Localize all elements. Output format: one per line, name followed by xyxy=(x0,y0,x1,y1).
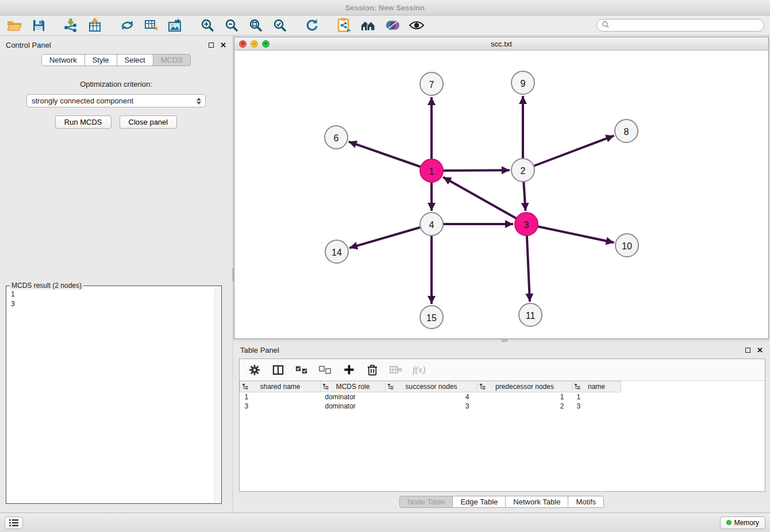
close-panel-icon[interactable]: ✕ xyxy=(220,41,226,49)
tab-edge-table[interactable]: Edge Table xyxy=(452,496,506,508)
cell-shared-name[interactable]: 3 xyxy=(240,402,321,411)
column-header-mcds-role[interactable]: MCDS role xyxy=(321,381,386,392)
edge-3-10[interactable] xyxy=(526,224,614,242)
edge-3-1[interactable] xyxy=(443,177,526,224)
node-6[interactable]: 6 xyxy=(325,126,348,149)
svg-text:6: 6 xyxy=(334,133,339,143)
column-header-name[interactable]: name xyxy=(572,381,621,392)
criterion-select[interactable]: strongly connected component xyxy=(26,94,206,107)
table-panel-title: Table Panel xyxy=(240,346,279,354)
run-mcds-button[interactable]: Run MCDS xyxy=(55,115,111,129)
show-columns-icon[interactable] xyxy=(271,363,285,377)
column-header-predecessor-nodes[interactable]: predecessor nodes xyxy=(478,381,572,392)
delete-icon[interactable] xyxy=(365,363,379,377)
function-builder-icon[interactable]: f(x) xyxy=(413,365,425,375)
table-row[interactable]: 3 dominator 3 2 3 xyxy=(240,402,765,411)
node-1[interactable]: 1 xyxy=(420,159,443,182)
refresh-icon[interactable] xyxy=(303,17,321,33)
network-canvas[interactable]: 7968124314101511 xyxy=(234,51,768,338)
node-3[interactable]: 3 xyxy=(515,213,538,236)
clipboard-icon[interactable] xyxy=(336,17,353,33)
column-header-filler xyxy=(621,381,765,392)
svg-text:7: 7 xyxy=(429,80,434,90)
minimize-window-icon[interactable]: − xyxy=(251,40,258,48)
select-all-icon[interactable] xyxy=(295,363,309,377)
search-input[interactable] xyxy=(613,21,759,29)
export-image-icon[interactable] xyxy=(167,17,184,33)
close-window-icon[interactable]: ✕ xyxy=(239,40,247,48)
zoom-in-icon[interactable] xyxy=(199,17,216,33)
node-8[interactable]: 8 xyxy=(615,119,638,142)
main-toolbar xyxy=(0,16,770,36)
cell-successor-nodes[interactable]: 4 xyxy=(386,392,478,402)
close-table-panel-icon[interactable]: ✕ xyxy=(757,346,763,354)
network-window-titlebar[interactable]: ✕ − + scc.txt xyxy=(234,37,768,51)
network-table-icon[interactable] xyxy=(143,17,160,33)
network-graph[interactable]: 7968124314101511 xyxy=(234,51,768,338)
node-4[interactable]: 4 xyxy=(420,213,443,236)
home-icon[interactable] xyxy=(360,17,377,33)
eye-icon[interactable] xyxy=(408,17,425,33)
tab-node-table[interactable]: Node Table xyxy=(399,496,453,508)
deselect-all-icon[interactable] xyxy=(318,363,332,377)
column-header-shared-name[interactable]: shared name xyxy=(240,381,321,392)
chevron-updown-icon xyxy=(195,98,203,105)
float-table-panel-icon[interactable] xyxy=(745,348,750,353)
node-10[interactable]: 10 xyxy=(615,234,638,257)
memory-button[interactable]: Memory xyxy=(720,516,765,529)
table-panel-tabs: Node Table Edge Table Network Table Moti… xyxy=(233,496,770,508)
node-15[interactable]: 15 xyxy=(420,306,443,329)
cell-successor-nodes[interactable]: 3 xyxy=(386,402,478,411)
node-7[interactable]: 7 xyxy=(420,72,443,95)
add-column-icon[interactable] xyxy=(342,363,356,377)
svg-text:14: 14 xyxy=(332,248,342,257)
zoom-window-icon[interactable]: + xyxy=(262,40,270,48)
cell-mcds-role[interactable]: dominator xyxy=(321,392,386,402)
gear-icon[interactable] xyxy=(248,363,261,377)
network-window-title: scc.txt xyxy=(234,40,768,48)
tab-select[interactable]: Select xyxy=(117,54,153,66)
edge-4-14[interactable] xyxy=(349,224,432,248)
node-2[interactable]: 2 xyxy=(511,159,534,182)
result-line[interactable]: 3 xyxy=(11,299,217,309)
column-header-successor-nodes[interactable]: successor nodes xyxy=(386,381,478,392)
zoom-out-icon[interactable] xyxy=(223,17,240,33)
delete-column-icon[interactable] xyxy=(389,363,403,377)
network-icon[interactable] xyxy=(118,17,136,33)
edge-2-8[interactable] xyxy=(523,136,614,170)
cell-name[interactable]: 3 xyxy=(572,402,621,411)
table-panel-header: Table Panel ✕ xyxy=(233,342,770,357)
svg-text:8: 8 xyxy=(624,127,629,137)
task-history-button[interactable] xyxy=(5,516,23,529)
cell-mcds-role[interactable]: dominator xyxy=(321,402,386,411)
cell-predecessor-nodes[interactable]: 2 xyxy=(478,402,572,411)
zoom-fit-icon[interactable] xyxy=(247,17,264,33)
search-box[interactable] xyxy=(596,19,764,32)
node-9[interactable]: 9 xyxy=(511,71,534,94)
open-folder-icon[interactable] xyxy=(6,17,23,33)
table-row[interactable]: 1 dominator 4 1 1 xyxy=(240,392,765,402)
svg-text:2: 2 xyxy=(521,166,526,176)
result-scrollbar[interactable] xyxy=(214,287,221,503)
import-network-icon[interactable] xyxy=(62,17,79,33)
tab-style[interactable]: Style xyxy=(84,54,117,66)
import-table-icon[interactable] xyxy=(86,17,103,33)
style-icon[interactable] xyxy=(384,17,401,33)
save-icon[interactable] xyxy=(30,17,47,33)
edge-1-6[interactable] xyxy=(349,142,432,171)
list-icon xyxy=(9,519,18,526)
float-panel-icon[interactable] xyxy=(209,43,214,48)
svg-text:1: 1 xyxy=(429,167,434,176)
tab-network-table[interactable]: Network Table xyxy=(505,496,568,508)
zoom-selected-icon[interactable] xyxy=(271,17,288,33)
cell-name[interactable]: 1 xyxy=(572,392,621,402)
tab-network[interactable]: Network xyxy=(41,54,85,66)
cell-predecessor-nodes[interactable]: 1 xyxy=(478,392,572,402)
tab-mcds[interactable]: MCDS xyxy=(153,54,191,66)
result-line[interactable]: 1 xyxy=(11,290,217,299)
node-14[interactable]: 14 xyxy=(325,240,348,263)
tab-motifs[interactable]: Motifs xyxy=(568,496,604,508)
cell-shared-name[interactable]: 1 xyxy=(240,392,321,402)
close-panel-button[interactable]: Close panel xyxy=(120,115,178,129)
node-11[interactable]: 11 xyxy=(519,303,542,326)
